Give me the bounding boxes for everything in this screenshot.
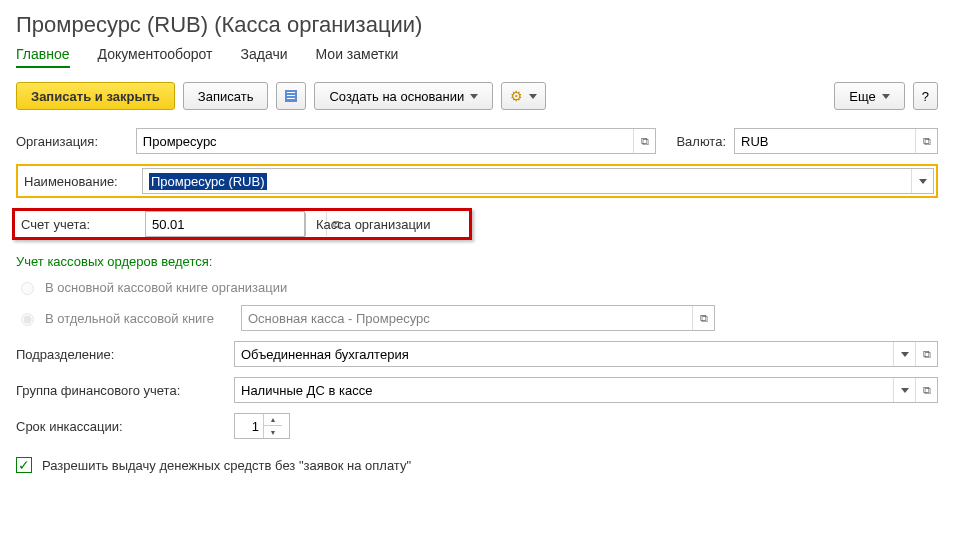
radio-separate-book: В отдельной кассовой книге	[16, 305, 938, 331]
org-label: Организация:	[16, 134, 136, 149]
open-icon[interactable]	[915, 342, 937, 366]
more-button[interactable]: Еще	[834, 82, 904, 110]
book-field[interactable]	[242, 306, 692, 330]
open-icon[interactable]	[915, 378, 937, 402]
account-desc: Касса организации	[305, 213, 440, 236]
account-label: Счет учета:	[15, 213, 145, 236]
caret-down-icon	[529, 94, 537, 99]
name-label: Наименование:	[20, 174, 142, 189]
tabs: Главное Документооборот Задачи Мои замет…	[16, 46, 938, 68]
save-close-button[interactable]: Записать и закрыть	[16, 82, 175, 110]
save-button[interactable]: Записать	[183, 82, 269, 110]
tab-tasks[interactable]: Задачи	[241, 46, 288, 68]
more-label: Еще	[849, 89, 875, 104]
dept-input[interactable]	[234, 341, 938, 367]
tab-docflow[interactable]: Документооборот	[98, 46, 213, 68]
open-icon[interactable]	[633, 129, 655, 153]
dropdown-icon[interactable]	[893, 378, 915, 402]
collection-label: Срок инкассации:	[16, 419, 234, 434]
radio1-label: В основной кассовой книге организации	[45, 280, 287, 295]
account-field[interactable]	[146, 212, 326, 236]
gear-icon	[510, 88, 523, 104]
org-field[interactable]	[137, 129, 634, 153]
fin-group-field[interactable]	[235, 378, 893, 402]
create-based-button[interactable]: Создать на основании	[314, 82, 493, 110]
dropdown-icon[interactable]	[911, 169, 933, 193]
allow-checkbox-row[interactable]: ✓ Разрешить выдачу денежных средств без …	[16, 457, 938, 473]
collection-field[interactable]	[235, 419, 263, 434]
open-icon[interactable]	[915, 129, 937, 153]
radio2-label: В отдельной кассовой книге	[45, 311, 233, 326]
checkbox-icon[interactable]: ✓	[16, 457, 32, 473]
book-input[interactable]	[241, 305, 715, 331]
dept-label: Подразделение:	[16, 347, 234, 362]
create-based-label: Создать на основании	[329, 89, 464, 104]
open-icon[interactable]	[692, 306, 714, 330]
spinner-down[interactable]: ▼	[264, 426, 282, 438]
name-field-value[interactable]: Промресурс (RUB)	[149, 173, 267, 190]
dropdown-icon[interactable]	[893, 342, 915, 366]
name-input[interactable]: Промресурс (RUB)	[142, 168, 934, 194]
list-icon	[285, 90, 297, 102]
fin-group-label: Группа финансового учета:	[16, 383, 234, 398]
help-button[interactable]: ?	[913, 82, 938, 110]
currency-field[interactable]	[735, 129, 915, 153]
collection-spinner[interactable]: ▲ ▼	[234, 413, 290, 439]
page-title: Промресурс (RUB) (Касса организации)	[16, 12, 938, 38]
name-row-highlight: Наименование: Промресурс (RUB)	[16, 164, 938, 198]
account-input[interactable]	[145, 211, 305, 237]
radio-main-book: В основной кассовой книге организации	[16, 279, 938, 295]
caret-down-icon	[470, 94, 478, 99]
tab-main[interactable]: Главное	[16, 46, 70, 68]
settings-button[interactable]	[501, 82, 546, 110]
currency-input[interactable]	[734, 128, 938, 154]
list-button[interactable]	[276, 82, 306, 110]
tab-notes[interactable]: Мои заметки	[316, 46, 399, 68]
account-highlight: Счет учета: Касса организации	[12, 208, 472, 240]
radio1-input	[21, 282, 34, 295]
allow-label: Разрешить выдачу денежных средств без "з…	[42, 458, 411, 473]
section-header: Учет кассовых ордеров ведется:	[16, 254, 938, 269]
toolbar: Записать и закрыть Записать Создать на о…	[16, 82, 938, 110]
radio2-input	[21, 313, 34, 326]
org-input[interactable]	[136, 128, 657, 154]
caret-down-icon	[882, 94, 890, 99]
fin-group-input[interactable]	[234, 377, 938, 403]
spinner-up[interactable]: ▲	[264, 414, 282, 426]
currency-label: Валюта:	[676, 134, 726, 149]
dept-field[interactable]	[235, 342, 893, 366]
